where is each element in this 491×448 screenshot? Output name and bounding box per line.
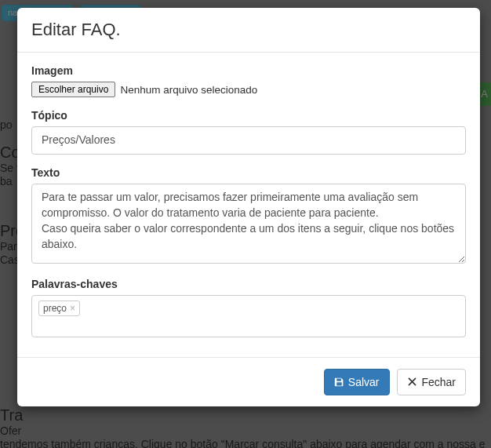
file-status-text: Nenhum arquivo selecionado bbox=[120, 84, 257, 96]
modal-header: Editar FAQ. bbox=[17, 8, 480, 53]
modal-body: Imagem Escolher arquivo Nenhum arquivo s… bbox=[17, 53, 480, 357]
tag-chip: preço × bbox=[38, 300, 80, 316]
topico-input[interactable] bbox=[31, 126, 466, 155]
field-imagem: Imagem Escolher arquivo Nenhum arquivo s… bbox=[31, 64, 466, 97]
label-palavras-chaves: Palavras-chaves bbox=[31, 278, 466, 290]
label-texto: Texto bbox=[31, 166, 466, 179]
save-icon bbox=[334, 377, 344, 387]
label-imagem: Imagem bbox=[31, 64, 466, 77]
field-topico: Tópico bbox=[31, 109, 466, 155]
close-button-label: Fechar bbox=[421, 375, 456, 389]
close-icon bbox=[407, 377, 417, 387]
label-topico: Tópico bbox=[31, 109, 466, 122]
tags-input[interactable]: preço × bbox=[31, 295, 466, 337]
modal-footer: Salvar Fechar bbox=[17, 357, 480, 406]
field-palavras-chaves: Palavras-chaves preço × bbox=[31, 278, 466, 337]
field-texto: Texto bbox=[31, 166, 466, 266]
tag-remove-icon[interactable]: × bbox=[70, 304, 75, 313]
edit-faq-modal: Editar FAQ. Imagem Escolher arquivo Nenh… bbox=[17, 8, 480, 406]
tag-label: preço bbox=[43, 303, 67, 314]
texto-textarea[interactable] bbox=[31, 184, 466, 264]
modal-title: Editar FAQ. bbox=[31, 20, 466, 40]
save-button-label: Salvar bbox=[348, 375, 380, 389]
choose-file-button[interactable]: Escolher arquivo bbox=[31, 82, 115, 97]
save-button[interactable]: Salvar bbox=[324, 369, 390, 395]
close-button[interactable]: Fechar bbox=[397, 369, 466, 395]
